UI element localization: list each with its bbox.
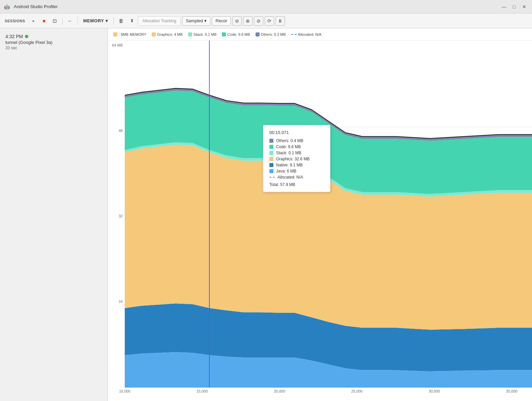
- legend-memory-type: MEMORY: [130, 32, 146, 36]
- legend-stack-label: Stack: 0.1 MB: [194, 32, 216, 36]
- tick-10000: 10,000: [119, 389, 130, 393]
- legend-others: Others: 0.3 MB: [256, 32, 286, 36]
- session-device: tunnel (Google Pixel 3a): [5, 40, 102, 45]
- chart-area[interactable]: : 9MB MEMORY Graphics: 4 MB Stack: 0.1 M…: [108, 28, 532, 401]
- tick-35000: 35,000: [506, 389, 518, 393]
- close-button[interactable]: ✕: [521, 3, 528, 10]
- zoom-out-button[interactable]: ⊖: [232, 16, 242, 26]
- y-label-16: 16: [119, 299, 123, 303]
- tick-30000: 30,000: [428, 389, 440, 393]
- divider-1: [62, 17, 63, 25]
- add-session-button[interactable]: +: [29, 16, 38, 26]
- legend-allocated: Allocated: N/A: [291, 32, 322, 36]
- memory-chart-svg: [125, 41, 532, 387]
- chart-svg-container: [125, 41, 532, 387]
- legend-stack-swatch: [188, 32, 192, 36]
- stop-button[interactable]: ■: [39, 16, 49, 26]
- tick-15000: 15,000: [197, 389, 208, 393]
- y-label-32: 32: [119, 214, 123, 218]
- legend-stack: Stack: 0.1 MB: [188, 32, 216, 36]
- legend-allocated-swatch: [291, 34, 297, 35]
- record-button[interactable]: Recor: [212, 16, 231, 26]
- divider-3: [113, 17, 114, 25]
- legend-memory-swatch: [113, 32, 117, 36]
- session-time: 4:32 PM: [5, 34, 102, 39]
- allocation-tracking-button[interactable]: Allocation Tracking: [138, 16, 181, 26]
- app-title: Android Studio Profiler: [14, 4, 58, 9]
- reset-zoom-button[interactable]: ⊘: [254, 16, 263, 26]
- sessions-label: SESSIONS: [3, 19, 27, 23]
- divider-2: [78, 17, 78, 25]
- legend-code-label: Code: 9.6 MB: [227, 32, 250, 36]
- session-duration: 33 sec: [5, 46, 102, 50]
- y-axis-labels: 64 MB 48 32 16: [108, 41, 125, 387]
- legend-graphics-label: Graphics: 4 MB: [157, 32, 183, 36]
- minimize-button[interactable]: —: [500, 3, 508, 10]
- legend-memory-label: : 9MB: [119, 32, 128, 36]
- legend-others-swatch: [256, 32, 260, 36]
- memory-dropdown[interactable]: MEMORY ▾: [81, 17, 111, 25]
- sync-button[interactable]: ⟳: [265, 16, 274, 26]
- timeline-axis: 10,000 15,000 20,000 25,000 30,000 35,00…: [125, 387, 532, 401]
- legend-memory: : 9MB MEMORY: [113, 32, 146, 36]
- zoom-in-button[interactable]: ⊕: [243, 16, 253, 26]
- session-active-dot: [25, 35, 28, 38]
- delete-button[interactable]: 🗑: [116, 16, 126, 26]
- pause-button[interactable]: ⏸: [275, 16, 285, 26]
- export-button[interactable]: ⬆: [127, 16, 137, 26]
- legend-code: Code: 9.6 MB: [222, 32, 250, 36]
- y-label-64: 64 MB: [112, 43, 123, 47]
- back-button[interactable]: ←: [65, 16, 75, 26]
- session-item[interactable]: 4:32 PM tunnel (Google Pixel 3a) 33 sec: [0, 31, 108, 53]
- y-label-48: 48: [119, 129, 123, 133]
- toolbar: SESSIONS + ■ ⊡ ← MEMORY ▾ 🗑 ⬆ Allocation…: [0, 14, 532, 28]
- sampled-dropdown[interactable]: Sampled ▾: [182, 16, 210, 26]
- legend-graphics-swatch: [152, 32, 156, 36]
- tick-20000: 20,000: [274, 389, 285, 393]
- legend-allocated-label: Allocated: N/A: [298, 32, 322, 36]
- legend-bar: : 9MB MEMORY Graphics: 4 MB Stack: 0.1 M…: [108, 28, 532, 41]
- legend-code-swatch: [222, 32, 226, 36]
- layout-button[interactable]: ⊡: [50, 16, 60, 26]
- legend-others-label: Others: 0.3 MB: [261, 32, 286, 36]
- sidebar: 4:32 PM tunnel (Google Pixel 3a) 33 sec: [0, 28, 108, 401]
- main-layout: 4:32 PM tunnel (Google Pixel 3a) 33 sec …: [0, 28, 532, 401]
- tick-25000: 25,000: [351, 389, 363, 393]
- legend-graphics: Graphics: 4 MB: [152, 32, 183, 36]
- title-bar: 🤖 Android Studio Profiler — □ ✕: [0, 0, 532, 14]
- chart-wrapper[interactable]: 64 MB 48 32 16: [108, 41, 532, 401]
- maximize-button[interactable]: □: [510, 3, 518, 10]
